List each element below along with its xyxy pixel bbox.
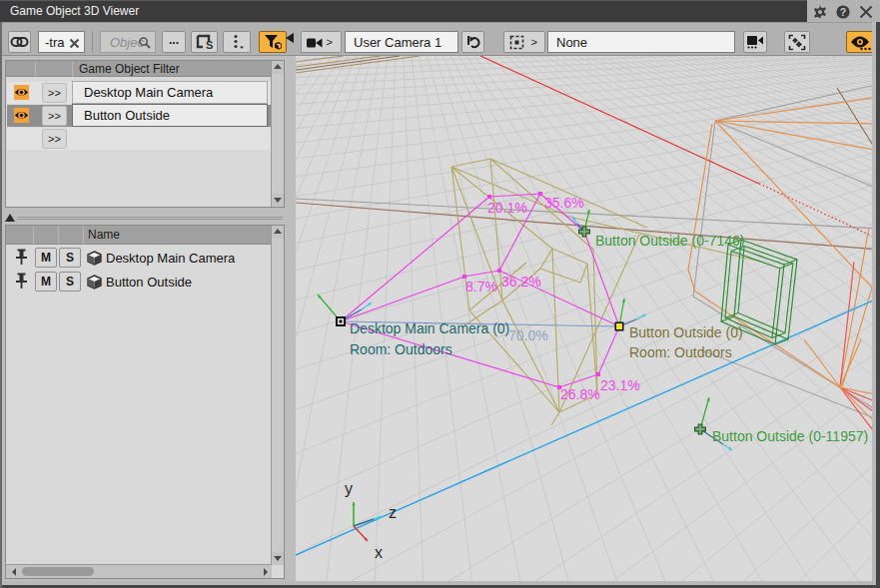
svg-text:8.7%: 8.7% [465, 279, 497, 294]
svg-text:36.2%: 36.2% [501, 274, 541, 290]
svg-text:Desktop Main Camera (0): Desktop Main Camera (0) [350, 320, 509, 336]
svg-text:Button Outside (0-11957): Button Outside (0-11957) [712, 428, 868, 444]
svg-text:?: ? [840, 6, 846, 18]
svg-text:x: x [375, 544, 383, 561]
svg-text:23.1%: 23.1% [600, 377, 640, 393]
svg-text:S: S [206, 39, 213, 51]
svg-text:Room: Outdoors: Room: Outdoors [629, 344, 732, 360]
svg-text:26.8%: 26.8% [560, 386, 600, 402]
svg-text:Button Outside (0-7146): Button Outside (0-7146) [595, 233, 744, 249]
svg-text:Button Outside (0): Button Outside (0) [629, 324, 743, 340]
svg-text:Room: Outdoors: Room: Outdoors [350, 341, 452, 357]
svg-text:35.6%: 35.6% [544, 195, 584, 211]
svg-text:z: z [389, 504, 397, 521]
svg-text:20.1%: 20.1% [487, 200, 527, 216]
svg-text:70.0%: 70.0% [508, 327, 548, 343]
svg-text:y: y [345, 480, 353, 497]
